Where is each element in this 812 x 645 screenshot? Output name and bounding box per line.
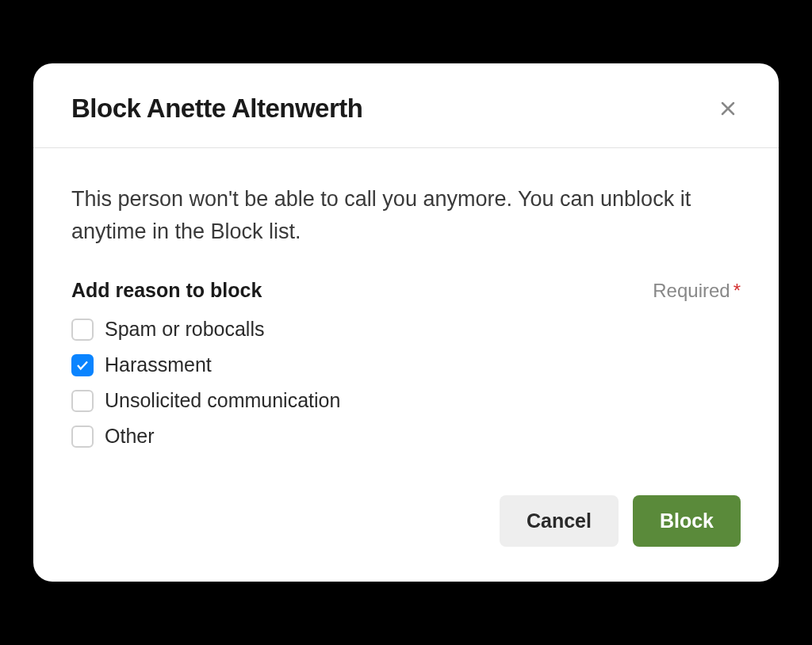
dialog-body: This person won't be able to call you an… [33, 148, 779, 464]
checkbox[interactable] [71, 426, 94, 448]
reason-option[interactable]: Spam or robocalls [71, 318, 741, 341]
dialog-title: Block Anette Altenwerth [71, 94, 362, 124]
reason-checkbox-list: Spam or robocallsHarassmentUnsolicited c… [71, 318, 741, 448]
checkbox-label: Spam or robocalls [105, 318, 264, 341]
checkbox-label: Unsolicited communication [105, 389, 340, 412]
block-dialog: Block Anette Altenwerth This person won'… [33, 63, 779, 582]
checkbox[interactable] [71, 354, 94, 376]
checkbox[interactable] [71, 319, 94, 341]
reason-option[interactable]: Unsolicited communication [71, 389, 741, 412]
reason-title: Add reason to block [71, 279, 262, 302]
checkbox[interactable] [71, 390, 94, 412]
checkbox-label: Harassment [105, 353, 212, 376]
checkbox-label: Other [105, 425, 155, 448]
reason-header: Add reason to block Required* [71, 279, 741, 302]
check-icon [75, 358, 90, 372]
reason-option[interactable]: Harassment [71, 353, 741, 376]
dialog-footer: Cancel Block [33, 464, 779, 582]
block-button[interactable]: Block [633, 495, 741, 547]
close-icon [718, 99, 737, 118]
cancel-button[interactable]: Cancel [500, 495, 619, 547]
required-asterisk: * [733, 280, 741, 301]
reason-option[interactable]: Other [71, 425, 741, 448]
dialog-description: This person won't be able to call you an… [71, 183, 741, 247]
close-button[interactable] [715, 96, 741, 121]
required-label: Required* [653, 280, 741, 302]
dialog-header: Block Anette Altenwerth [33, 63, 779, 148]
